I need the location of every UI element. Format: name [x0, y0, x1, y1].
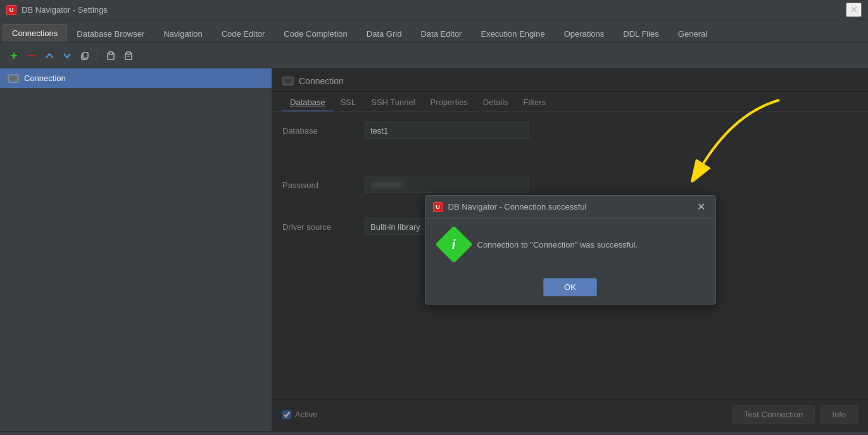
- arrow-annotation: [678, 94, 792, 184]
- tab-data-grid[interactable]: Data Grid: [357, 25, 412, 42]
- tab-database-browser[interactable]: Database Browser: [67, 25, 154, 42]
- sidebar-item-label: Connection: [24, 73, 66, 83]
- dialog: U DB Navigator - Connection successful ✕…: [425, 195, 716, 305]
- app-icon: U: [6, 5, 16, 15]
- main-content: Connection Connection Database SSL SSH T…: [0, 68, 868, 431]
- tab-code-completion[interactable]: Code Completion: [274, 25, 356, 42]
- toolbar: [0, 43, 868, 68]
- title-bar: U DB Navigator - Settings ✕: [0, 0, 868, 20]
- dialog-ok-button[interactable]: OK: [543, 278, 597, 296]
- dialog-app-icon: U: [433, 202, 443, 212]
- dialog-overlay: U DB Navigator - Connection successful ✕…: [272, 68, 868, 431]
- svg-rect-11: [9, 76, 17, 81]
- dialog-title-left: U DB Navigator - Connection successful: [433, 202, 587, 212]
- dialog-body: i Connection to "Connection" was success…: [425, 218, 715, 270]
- tab-execution-engine[interactable]: Execution Engine: [471, 25, 554, 42]
- window-title: DB Navigator - Settings: [22, 5, 108, 15]
- remove-button[interactable]: [24, 48, 39, 63]
- paste-button-2[interactable]: [121, 48, 136, 63]
- add-button[interactable]: [6, 48, 22, 63]
- title-bar-left: U DB Navigator - Settings: [6, 5, 108, 15]
- svg-rect-8: [127, 52, 130, 54]
- bottom-bar: ? OK Cancel Apply: [0, 431, 868, 435]
- dialog-close-button[interactable]: ✕: [695, 201, 708, 213]
- tab-ddl-files[interactable]: DDL Files: [613, 25, 669, 42]
- dialog-info-icon: i: [435, 225, 472, 263]
- move-down-button[interactable]: [60, 48, 75, 63]
- svg-rect-4: [83, 53, 88, 58]
- toolbar-separator: [97, 49, 98, 62]
- move-up-button[interactable]: [42, 48, 57, 63]
- tab-general[interactable]: General: [669, 25, 717, 42]
- tab-operations[interactable]: Operations: [555, 25, 614, 42]
- dialog-title-bar: U DB Navigator - Connection successful ✕: [425, 196, 715, 218]
- tab-data-editor[interactable]: Data Editor: [411, 25, 471, 42]
- dialog-title-text: DB Navigator - Connection successful: [448, 202, 587, 211]
- paste-button-1[interactable]: [103, 48, 118, 63]
- right-panel: Connection Database SSL SSH Tunnel Prope…: [272, 68, 868, 431]
- connection-item-icon: [8, 74, 19, 83]
- sidebar: Connection: [0, 68, 272, 431]
- tab-navigation[interactable]: Navigation: [154, 25, 211, 42]
- tab-code-editor[interactable]: Code Editor: [212, 25, 275, 42]
- tab-bar: Connections Database Browser Navigation …: [0, 20, 868, 43]
- dialog-footer: OK: [425, 270, 715, 304]
- svg-rect-6: [109, 52, 113, 54]
- dialog-message: Connection to "Connection" was successfu…: [477, 240, 638, 249]
- close-button[interactable]: ✕: [846, 3, 862, 17]
- tab-connections[interactable]: Connections: [3, 24, 67, 42]
- copy-button[interactable]: [77, 48, 92, 63]
- sidebar-item-connection[interactable]: Connection: [0, 68, 272, 88]
